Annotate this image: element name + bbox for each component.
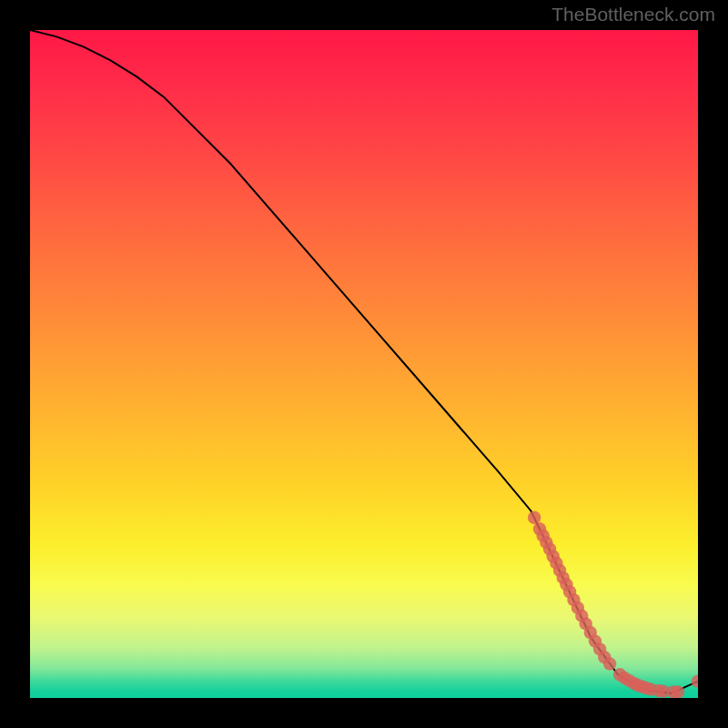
chart-marker (603, 657, 616, 670)
chart-marker (528, 511, 541, 524)
watermark-text: TheBottleneck.com (551, 4, 715, 25)
chart-curve (30, 30, 698, 693)
chart-overlay-svg (30, 30, 698, 698)
chart-marker (692, 674, 698, 687)
chart-markers-group (528, 511, 698, 698)
chart-marker (672, 685, 684, 698)
chart-plot-area (30, 30, 698, 698)
